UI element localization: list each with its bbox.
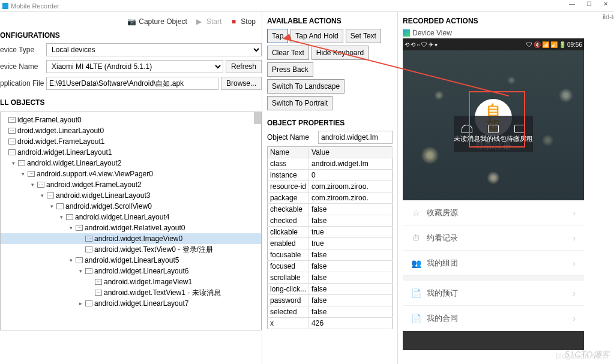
property-row[interactable]: passwordfalse (268, 295, 393, 306)
objects-tree[interactable]: ⋯idget.FrameLayout0⋯droid.widget.LinearL… (0, 112, 262, 330)
tree-node[interactable]: ▾⋯android.widget.LinearLayout5 (1, 255, 261, 266)
start-label: Start (206, 17, 221, 26)
action-hide-keyboard[interactable]: Hide Keyboard (312, 46, 369, 60)
action-switch-to-landscape[interactable]: Switch To Landscape (267, 79, 345, 94)
stop-icon: ■ (229, 17, 238, 26)
property-row[interactable]: checkablefalse (268, 204, 393, 215)
property-row[interactable]: packagecom.ziroom.ziroo. (268, 192, 393, 204)
action-tap-and-hold[interactable]: Tap And Hold (290, 29, 343, 43)
action-set-text[interactable]: Set Text (346, 29, 381, 43)
menu-item[interactable]: ⏱约看记录› (403, 225, 584, 251)
phone-hero: 自如 登录/注册 未读消息我的钱包待缴房租 (403, 50, 584, 200)
available-actions-title: AVAILABLE ACTIONS (267, 14, 393, 29)
prop-header-value[interactable]: Value (309, 147, 393, 158)
watermark: 51CTO博客 (565, 350, 610, 360)
tree-node[interactable]: ⋯android.widget.ImageView0 (1, 233, 261, 244)
property-row[interactable]: instance0 (268, 170, 393, 181)
property-row[interactable]: enabledtrue (268, 238, 393, 249)
tree-node[interactable]: ⋯android.widget.LinearLayout1 (1, 147, 261, 158)
tree-node[interactable]: ⋯android.widget.ImageView1 (1, 276, 261, 287)
actions-group: TapTap And HoldSet TextClear TextHide Ke… (267, 29, 393, 110)
tree-node[interactable]: ▾⋯android.widget.FrameLayout2 (1, 179, 261, 190)
app-file-label: pplication File (0, 79, 46, 88)
properties-table: Name Value classandroid.widget.Iminstanc… (267, 146, 393, 329)
middle-panel: AVAILABLE ACTIONS TapTap And HoldSet Tex… (262, 12, 398, 364)
app-icon (2, 3, 8, 9)
refresh-button[interactable]: Refresh (226, 60, 262, 73)
tree-node[interactable]: ⋯android.widget.TextView1 - 未读消息 (1, 287, 261, 298)
object-name-label: Object Name (267, 133, 318, 142)
stop-label: Stop (241, 17, 256, 26)
tree-node[interactable]: ▾⋯android.support.v4.view.ViewPager0 (1, 169, 261, 179)
tree-node[interactable]: ▾⋯android.widget.LinearLayout6 (1, 266, 261, 276)
action-switch-to-portrait[interactable]: Switch To Portrait (267, 96, 333, 110)
action-press-back[interactable]: Press Back (267, 62, 313, 77)
window-min-button[interactable]: — (564, 1, 580, 11)
tree-node[interactable]: ▾⋯android.widget.RelativeLayout0 (1, 222, 261, 233)
tree-node[interactable]: ⋯droid.widget.FrameLayout1 (1, 136, 261, 147)
prop-header-name[interactable]: Name (268, 147, 309, 158)
camera-icon: 📷 (127, 17, 136, 26)
property-row[interactable]: checkedfalse (268, 215, 393, 227)
action-tap[interactable]: Tap (267, 29, 288, 43)
property-row[interactable]: long-click...false (268, 284, 393, 295)
device-type-select[interactable]: Local devices (46, 43, 262, 56)
window-titlebar: Mobile Recorder — ☐ ✕ (0, 0, 614, 12)
highlight-box (469, 91, 525, 148)
tree-node[interactable]: ▾⋯android.widget.LinearLayout3 (1, 190, 261, 201)
window-title: Mobile Recorder (11, 2, 59, 10)
scrollbar-thumb[interactable] (254, 112, 261, 124)
property-row[interactable]: scrollablefalse (268, 272, 393, 284)
action-clear-text[interactable]: Clear Text (267, 46, 309, 60)
all-objects-title: LL OBJECTS (0, 96, 262, 110)
capture-object-button[interactable]: 📷 Capture Object (127, 17, 187, 26)
menu-item[interactable]: ☆收藏房源› (403, 200, 584, 225)
phone-menu: ☆收藏房源›⏱约看记录›👥我的组团›📄我的预订›📄我的合同› (403, 200, 584, 331)
menu-item[interactable]: 📄我的预订› (403, 281, 584, 306)
device-preview[interactable]: ⟲⟲○🛡✈▾ 🛡🔇📶📶🔋09:56 自如 登录/注册 未读消息我的钱包待缴房租 … (403, 38, 584, 350)
browse-button[interactable]: Browse... (221, 77, 262, 90)
tree-node[interactable]: ⋯android.widget.TextView0 - 登录/注册 (1, 244, 261, 255)
device-type-label: evice Type (0, 46, 46, 54)
object-name-input[interactable] (318, 131, 393, 144)
tree-node[interactable]: ▾⋯android.widget.LinearLayout4 (1, 212, 261, 222)
tree-node[interactable]: ▸⋯android.widget.LinearLayout7 (1, 298, 261, 309)
property-row[interactable]: selectedfalse (268, 306, 393, 318)
k-icon (403, 29, 410, 37)
property-row[interactable]: clickabletrue (268, 227, 393, 238)
start-button: ▶ Start (194, 17, 221, 26)
tree-node[interactable]: ▾⋯android.widget.ScrollView0 (1, 201, 261, 212)
device-view-label: Device View (403, 29, 614, 37)
capture-label: Capture Object (139, 17, 187, 26)
window-close-button[interactable]: ✕ (597, 1, 614, 11)
stop-button[interactable]: ■ Stop (229, 17, 256, 26)
menu-item[interactable]: 👥我的组团› (403, 251, 584, 276)
app-file-input[interactable] (46, 77, 218, 90)
property-row[interactable]: focusedfalse (268, 261, 393, 272)
play-icon: ▶ (194, 17, 204, 26)
phone-statusbar: ⟲⟲○🛡✈▾ 🛡🔇📶📶🔋09:56 (403, 38, 584, 50)
property-row[interactable]: x426 (268, 318, 393, 329)
toolbar: 📷 Capture Object ▶ Start ■ Stop (0, 14, 262, 29)
property-row[interactable]: focusablefalse (268, 249, 393, 261)
device-name-label: evice Name (0, 62, 46, 71)
property-row[interactable]: resource-idcom.ziroom.ziroo. (268, 181, 393, 192)
menu-item[interactable]: 📄我的合同› (403, 306, 584, 331)
device-name-select[interactable]: Xiaomi MI 4LTE (Android 5.1.1) (46, 60, 223, 73)
recorded-actions-title: RECORDED ACTIONS (403, 14, 614, 29)
tree-node[interactable]: ⋯idget.FrameLayout0 (1, 115, 261, 125)
left-panel: 📷 Capture Object ▶ Start ■ Stop ONFIGURA… (0, 12, 262, 364)
tree-node[interactable]: ⋯droid.widget.LinearLayout0 (1, 125, 261, 136)
right-panel: RECORDED ACTIONS Device View ⟲⟲○🛡✈▾ 🛡🔇📶📶… (398, 12, 614, 364)
tree-node[interactable]: ▾⋯android.widget.LinearLayout2 (1, 158, 261, 169)
object-properties-title: OBJECT PROPERTIES (267, 116, 393, 131)
configurations-title: ONFIGURATIONS (0, 29, 262, 43)
property-row[interactable]: classandroid.widget.Im (268, 158, 393, 170)
window-max-button[interactable]: ☐ (580, 1, 597, 11)
